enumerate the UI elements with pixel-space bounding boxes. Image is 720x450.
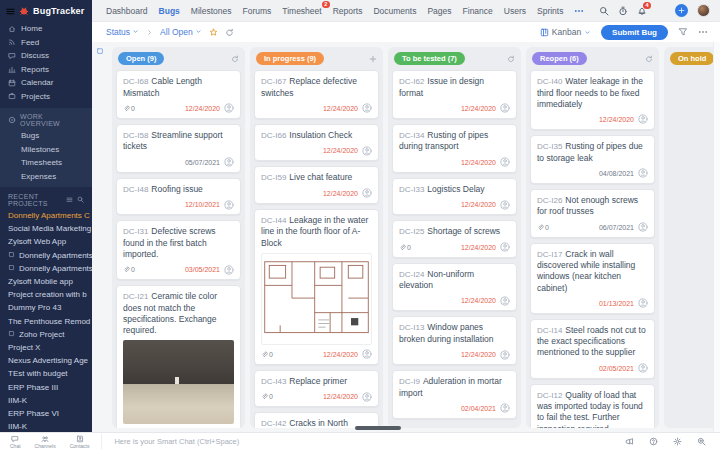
bug-card[interactable]: DC-I58Streamline support tickets 05/07/2… (116, 124, 241, 173)
assignee-avatar[interactable] (362, 188, 372, 198)
project-item[interactable]: ERP Phase III (0, 380, 92, 393)
assignee-avatar[interactable] (638, 114, 648, 124)
user-avatar[interactable] (697, 4, 710, 17)
project-item[interactable]: ERP Phase VI (0, 407, 92, 420)
bug-card[interactable]: DC-I66Insulation Check 12/24/2020 (254, 124, 379, 162)
project-item[interactable]: Zoho Project (0, 328, 92, 341)
bug-card[interactable]: DC-I17Crack in wall discovered while ins… (530, 243, 655, 314)
bug-attachment-image[interactable] (261, 253, 372, 345)
project-item[interactable]: Zylsoft Mobile app (0, 275, 92, 288)
column-status-pill[interactable]: In progress (9) (256, 52, 324, 65)
assignee-avatar[interactable] (362, 103, 372, 113)
project-item[interactable]: Project X (0, 341, 92, 354)
nav-item-users[interactable]: Users (504, 6, 526, 16)
assignee-avatar[interactable] (224, 157, 234, 167)
bug-card[interactable]: DC-I44Leakage in the water line in the f… (254, 209, 379, 365)
nav-item-finance[interactable]: Finance (463, 6, 493, 16)
nav-item-documents[interactable]: Documents (373, 6, 416, 16)
nav-item-sprints[interactable]: Sprints (537, 6, 563, 16)
project-item[interactable]: Project creation with b (0, 288, 92, 301)
assignee-avatar[interactable] (500, 103, 510, 113)
bug-card[interactable]: DC-I31Defective screws found in the firs… (116, 220, 241, 280)
apps-icon[interactable] (656, 6, 666, 16)
bug-card[interactable]: DC-I34Rusting of pipes during transport … (392, 124, 517, 173)
assignee-avatar[interactable] (500, 350, 510, 360)
column-refresh-icon[interactable] (231, 55, 239, 63)
project-item[interactable]: IIM-K (0, 420, 92, 432)
work-item-bugs[interactable]: Bugs (0, 129, 92, 143)
zoom-icon[interactable] (697, 437, 706, 446)
hamburger-menu-icon[interactable] (6, 2, 15, 20)
column-status-pill[interactable]: Open (9) (118, 52, 164, 65)
assignee-avatar[interactable] (638, 168, 648, 178)
nav-item-reports[interactable]: Reports (333, 6, 363, 16)
assignee-avatar[interactable] (638, 363, 648, 373)
assignee-avatar[interactable] (362, 392, 372, 402)
assignee-avatar[interactable] (500, 157, 510, 167)
sidebar-item-projects[interactable]: Projects (0, 90, 92, 104)
assignee-avatar[interactable] (638, 222, 648, 232)
dock-item-contacts[interactable]: Contacts (70, 434, 90, 449)
column-refresh-icon[interactable] (507, 55, 515, 63)
work-item-expenses[interactable]: Expenses (0, 170, 92, 184)
project-item[interactable]: IIM-K (0, 394, 92, 407)
bug-card[interactable]: DC-I33Logistics Delay 12/24/2020 (392, 178, 517, 216)
nav-item-bugs[interactable]: Bugs (159, 6, 180, 16)
column-status-pill[interactable]: Reopen (6) (532, 52, 587, 65)
search-icon[interactable] (599, 6, 609, 16)
sidebar-item-calendar[interactable]: Calendar (0, 76, 92, 90)
nav-item-timesheet[interactable]: Timesheet2 (282, 6, 321, 16)
horizontal-scrollbar-thumb[interactable] (355, 426, 401, 430)
toolbar-more-icon[interactable] (698, 27, 708, 37)
assignee-avatar[interactable] (500, 200, 510, 210)
bug-card[interactable]: DC-I26Not enough screws for roof trusses… (530, 189, 655, 238)
bug-card[interactable]: DC-I14Steel roads not cut to the exact s… (530, 319, 655, 379)
filter-funnel-icon[interactable] (678, 27, 688, 37)
submit-bug-button[interactable]: Submit Bug (601, 25, 668, 40)
dock-item-channels[interactable]: Channels (35, 434, 56, 449)
smart-chat-input[interactable]: Here is your Smart Chat (Ctrl+Space) (102, 437, 625, 446)
assignee-avatar[interactable] (224, 265, 234, 275)
nav-item-forums[interactable]: Forums (242, 6, 271, 16)
timer-icon[interactable] (618, 6, 628, 16)
assignee-avatar[interactable] (224, 103, 234, 113)
bug-card[interactable]: DC-I13Window panes broken during install… (392, 316, 517, 365)
help-icon[interactable] (649, 437, 658, 446)
bug-card[interactable]: DC-I62Issue in design format 12/24/2020 (392, 70, 517, 119)
bug-card[interactable]: DC-I40Water leakage in the third floor n… (530, 70, 655, 130)
project-item[interactable]: TEst with budget (0, 367, 92, 380)
quick-add-button[interactable] (675, 4, 688, 17)
sidebar-item-feed[interactable]: Feed (0, 36, 92, 50)
view-switcher-kanban[interactable]: Kanban (540, 27, 591, 37)
project-search-icon[interactable] (77, 196, 84, 204)
project-item[interactable]: Nexus Advertising Age (0, 354, 92, 367)
bug-attachment-image[interactable] (123, 340, 234, 424)
bell-icon[interactable]: 4 (637, 6, 647, 16)
assignee-avatar[interactable] (500, 296, 510, 306)
bug-card[interactable]: DC-I59Live chat feature 12/24/2020 (254, 166, 379, 204)
project-item[interactable]: Donnelly Apartments C (0, 262, 92, 275)
bug-card[interactable]: DC-I35Rusting of pipes due to storage le… (530, 135, 655, 184)
nav-more-icon[interactable] (574, 6, 584, 16)
assignee-avatar[interactable] (362, 349, 372, 359)
bug-card[interactable]: DC-I24Non-uniform elevation 12/24/2020 (392, 263, 517, 312)
assignee-avatar[interactable] (500, 403, 510, 413)
bug-card[interactable]: DC-I25Shortage of screws 0 12/24/2020 (392, 220, 517, 258)
open-filter-dropdown[interactable]: All Open (160, 27, 202, 37)
megaphone-icon[interactable] (625, 437, 634, 446)
assignee-avatar[interactable] (638, 298, 648, 308)
dock-item-chat[interactable]: Chat (10, 434, 21, 449)
favorite-star-icon[interactable] (209, 28, 218, 37)
column-status-pill[interactable]: To be tested (7) (394, 52, 465, 65)
bug-card[interactable]: DC-I9Aduleration in mortar import 02/04/… (392, 370, 517, 419)
nav-item-dashboard[interactable]: Dashboard (106, 6, 148, 16)
sidebar-item-discuss[interactable]: Discuss (0, 49, 92, 63)
project-item[interactable]: Zylsoft Web App (0, 235, 92, 248)
board-scroll-track[interactable] (713, 42, 720, 432)
settings-icon[interactable] (673, 437, 682, 446)
bug-card[interactable]: DC-I43Replace primer 0 12/24/2020 (254, 370, 379, 408)
bug-card[interactable]: DC-I12Quality of load that was imported … (530, 384, 655, 428)
project-item[interactable]: Donnelly Apartments C (0, 249, 92, 262)
assignee-avatar[interactable] (500, 242, 510, 252)
project-item[interactable]: Donnelly Apartments C (0, 209, 92, 222)
